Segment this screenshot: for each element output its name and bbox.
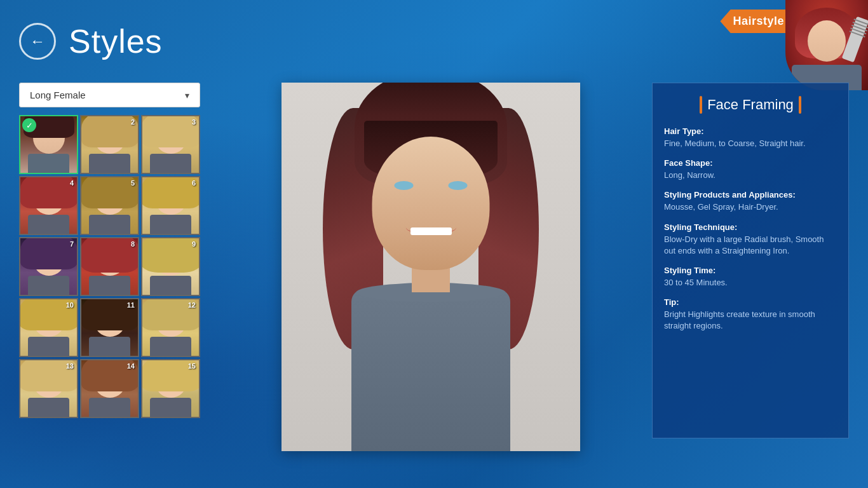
style-number: 11 bbox=[127, 301, 135, 309]
preview-frame bbox=[281, 83, 580, 451]
style-number: 10 bbox=[66, 301, 74, 309]
style-thumbnail bbox=[81, 177, 138, 234]
header: ← Styles Hairstyle PRO bbox=[0, 0, 868, 83]
list-item[interactable]: 10 bbox=[19, 298, 78, 357]
selected-checkmark: ✓ bbox=[22, 118, 36, 132]
info-label: Styling Time: bbox=[664, 266, 837, 275]
style-number: 5 bbox=[131, 179, 135, 187]
info-label: Styling Products and Appliances: bbox=[664, 190, 837, 200]
list-item[interactable]: 4 bbox=[19, 176, 78, 235]
style-thumbnail bbox=[142, 177, 199, 234]
style-number: 14 bbox=[127, 362, 135, 370]
info-label: Hair Type: bbox=[664, 126, 837, 136]
list-item[interactable]: 7 bbox=[19, 237, 78, 296]
title-accent-left bbox=[700, 96, 702, 114]
style-number: 2 bbox=[131, 118, 135, 126]
info-title-text: Face Framing bbox=[707, 97, 794, 113]
style-number: 8 bbox=[131, 240, 135, 248]
brand-area: Hairstyle PRO bbox=[671, 0, 868, 90]
style-thumbnail bbox=[20, 238, 77, 295]
title-accent-right bbox=[799, 96, 801, 114]
brand-avatar bbox=[785, 0, 868, 90]
list-item[interactable]: 6 bbox=[141, 176, 200, 235]
info-value: Fine, Medium, to Coarse, Straight hair. bbox=[664, 138, 837, 149]
info-panel-title: Face Framing bbox=[664, 96, 837, 114]
style-thumbnail bbox=[81, 238, 138, 295]
style-grid: ✓ 2 bbox=[19, 115, 200, 418]
preview-image bbox=[281, 83, 580, 451]
list-item[interactable]: 3 bbox=[141, 115, 200, 174]
info-section-hair-type: Hair Type: Fine, Medium, to Coarse, Stra… bbox=[664, 126, 837, 149]
info-label: Tip: bbox=[664, 297, 837, 307]
list-item[interactable]: 2 bbox=[80, 115, 139, 174]
info-value: 30 to 45 Minutes. bbox=[664, 277, 837, 288]
style-number: 13 bbox=[66, 362, 74, 370]
style-thumbnail bbox=[142, 238, 199, 295]
info-panel: Face Framing Hair Type: Fine, Medium, to… bbox=[652, 83, 849, 438]
list-item[interactable]: 15 bbox=[141, 359, 200, 418]
info-section-styling-technique: Styling Technique: Blow-Dry with a large… bbox=[664, 222, 837, 257]
category-dropdown[interactable]: Long Female ▾ bbox=[19, 83, 200, 107]
style-number: 4 bbox=[70, 179, 74, 187]
list-item[interactable]: 14 bbox=[80, 359, 139, 418]
style-number: 7 bbox=[70, 240, 74, 248]
style-thumbnail bbox=[142, 116, 199, 173]
list-item[interactable]: 5 bbox=[80, 176, 139, 235]
style-thumbnail bbox=[81, 116, 138, 173]
back-button[interactable]: ← bbox=[19, 23, 56, 60]
style-number: 15 bbox=[188, 362, 196, 370]
style-number: 12 bbox=[188, 301, 196, 309]
info-value: Mousse, Gel Spray, Hair-Dryer. bbox=[664, 201, 837, 213]
style-picker: Long Female ▾ ✓ bbox=[19, 83, 210, 488]
info-value: Bright Highlights create texture in smoo… bbox=[664, 309, 837, 332]
list-item[interactable]: 9 bbox=[141, 237, 200, 296]
style-number: 9 bbox=[192, 240, 196, 248]
info-value: Blow-Dry with a large Radial brush, Smoo… bbox=[664, 234, 837, 257]
info-label: Face Shape: bbox=[664, 158, 837, 168]
list-item[interactable]: 12 bbox=[141, 298, 200, 357]
main-content: Long Female ▾ ✓ bbox=[0, 83, 868, 488]
chevron-down-icon: ▾ bbox=[185, 90, 189, 100]
dropdown-selected: Long Female bbox=[30, 90, 86, 100]
info-label: Styling Technique: bbox=[664, 222, 837, 232]
info-section-face-shape: Face Shape: Long, Narrow. bbox=[664, 158, 837, 181]
list-item[interactable]: 11 bbox=[80, 298, 139, 357]
info-section-tip: Tip: Bright Highlights create texture in… bbox=[664, 297, 837, 332]
list-item[interactable]: 13 bbox=[19, 359, 78, 418]
back-icon: ← bbox=[30, 32, 45, 50]
list-item[interactable]: ✓ bbox=[19, 115, 78, 174]
list-item[interactable]: 8 bbox=[80, 237, 139, 296]
style-thumbnail bbox=[20, 177, 77, 234]
info-value: Long, Narrow. bbox=[664, 170, 837, 181]
page-title: Styles bbox=[69, 22, 163, 60]
center-panel bbox=[210, 83, 652, 488]
style-number: 3 bbox=[192, 118, 196, 126]
info-section-styling-time: Styling Time: 30 to 45 Minutes. bbox=[664, 266, 837, 288]
info-section-styling-products: Styling Products and Appliances: Mousse,… bbox=[664, 190, 837, 213]
style-number: 6 bbox=[192, 179, 196, 187]
